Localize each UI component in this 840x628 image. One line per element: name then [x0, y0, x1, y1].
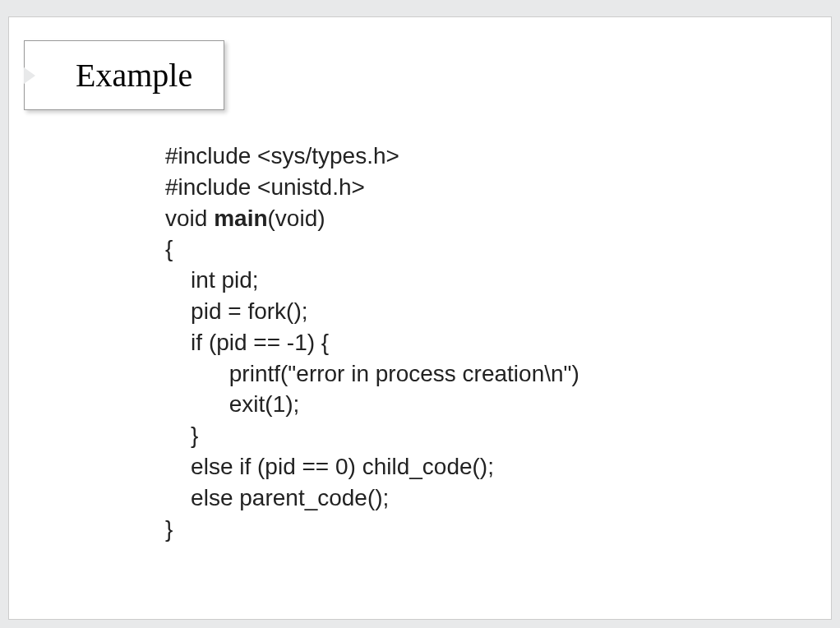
- code-line: {: [165, 233, 579, 265]
- code-line: #include <unistd.h>: [165, 172, 579, 203]
- code-line: }: [165, 514, 579, 545]
- code-line: exit(1);: [165, 389, 579, 420]
- code-line: int pid;: [165, 265, 579, 296]
- code-text-bold: main: [214, 205, 267, 231]
- code-line: if (pid == -1) {: [165, 327, 579, 358]
- code-block: #include <sys/types.h> #include <unistd.…: [165, 141, 579, 544]
- title-box: Example: [24, 40, 224, 110]
- code-line: void main(void): [165, 203, 579, 234]
- code-line: printf("error in process creation\n"): [165, 358, 579, 390]
- code-line: else parent_code();: [165, 483, 579, 514]
- slide-title: Example: [76, 57, 192, 94]
- code-line: #include <sys/types.h>: [165, 141, 579, 172]
- code-line: else if (pid == 0) child_code();: [165, 451, 579, 483]
- code-text: (void): [268, 205, 325, 231]
- code-text: void: [165, 205, 214, 231]
- code-line: pid = fork();: [165, 296, 579, 327]
- slide-container: Example #include <sys/types.h> #include …: [8, 16, 832, 620]
- code-line: }: [165, 420, 579, 451]
